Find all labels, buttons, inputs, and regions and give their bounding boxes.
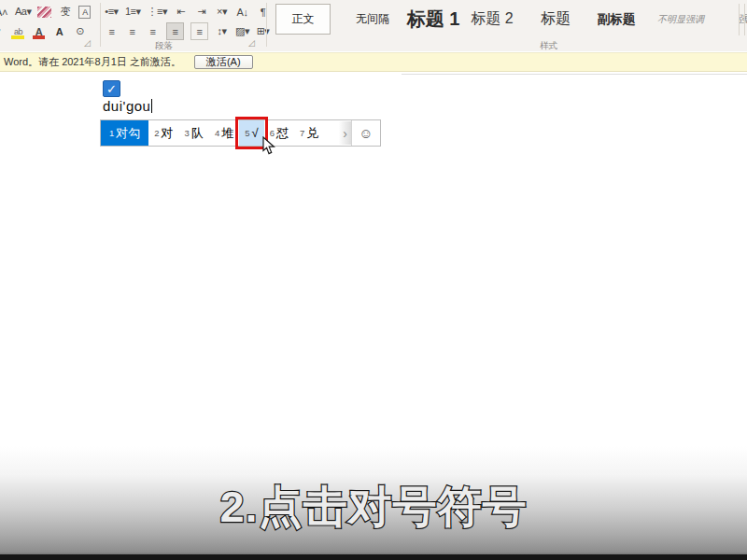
text-caret [151, 99, 152, 113]
line-spacing-icon[interactable]: ↕▾ [215, 23, 229, 39]
character-shading-icon[interactable]: A [52, 23, 66, 39]
group-separator [100, 3, 101, 47]
style-heading-2[interactable]: 标题 2 [464, 3, 520, 36]
show-hide-marks-icon[interactable]: ¶ [256, 4, 270, 20]
pinyin-composition-text[interactable]: dui'gou [103, 98, 152, 114]
style-gallery: 正文无间隔标题 1标题 2标题副标题不明显强调强调 [274, 0, 747, 38]
candidate-text: √ [251, 126, 258, 140]
candidate-index: 2 [154, 128, 159, 138]
tutorial-caption: 2.点击对号符号 [0, 478, 747, 537]
ime-candidate-bar: 1 对勾 2 对 3 队 4 堆 5 [100, 119, 381, 147]
asian-layout-icon[interactable]: ×▾ [215, 4, 229, 20]
change-case-icon[interactable]: Aa▾ [15, 4, 31, 20]
activate-button[interactable]: 激活(A) [194, 55, 253, 69]
checkbox-symbol[interactable]: ✓ [103, 80, 120, 97]
bullets-icon[interactable]: •≡▾ [105, 4, 119, 20]
dropdown-arrow-icon[interactable]: ▾ [0, 23, 5, 39]
message-bar: Word。请在 2021年8月1日 之前激活。 激活(A) [0, 52, 747, 72]
candidate-text: 怼 [276, 125, 289, 142]
font-group-row1: A˄Aa▾变A [0, 3, 91, 21]
ime-candidate-list: 1 对勾 2 对 3 队 4 堆 5 [101, 120, 351, 146]
bottom-dark-strip [0, 554, 747, 560]
candidate-text: 对勾 [116, 125, 140, 142]
candidate-index: 3 [185, 128, 190, 138]
font-dialog-launcher-icon[interactable]: ◿ [84, 39, 91, 48]
candidate-index: 1 [109, 128, 114, 138]
style-normal[interactable]: 正文 [275, 4, 331, 35]
paragraph-group-label: 段落 [155, 40, 173, 52]
format-painter-icon[interactable] [37, 7, 51, 18]
multilevel-list-icon[interactable]: ⋮≡▾ [148, 4, 167, 20]
align-right-icon[interactable]: ≡ [146, 23, 160, 39]
ribbon: A˄Aa▾变A ▾abAA⊙ ◿ •≡▾1≡▾⋮≡▾⇤⇥×▾A↓¶ ≡≡≡≡≡↕… [0, 0, 747, 51]
paragraph-dialog-launcher-icon[interactable]: ◿ [248, 39, 255, 48]
increase-indent-icon[interactable]: ⇥ [194, 4, 208, 20]
paragraph-group-row2: ≡≡≡≡≡↕▾▨▾⊞▾ [105, 22, 270, 40]
next-page-icon[interactable]: › [339, 121, 351, 145]
justify-icon[interactable]: ≡ [166, 22, 184, 40]
grow-font-icon[interactable]: A˄ [0, 4, 8, 20]
candidate-text: 对 [162, 125, 174, 142]
sort-icon[interactable]: A↓ [235, 4, 249, 20]
group-separator [266, 3, 267, 47]
ime-candidate-2[interactable]: 2 对 [148, 120, 178, 146]
align-left-icon[interactable]: ≡ [105, 23, 119, 39]
style-no-spacing[interactable]: 无间隔 [343, 3, 402, 36]
candidate-text: 堆 [221, 125, 233, 142]
ime-candidate-1[interactable]: 1 对勾 [101, 120, 148, 146]
borders-icon[interactable]: ⊞▾ [256, 23, 270, 39]
pinyin-string: dui'gou [103, 98, 150, 114]
paragraph-group-row1: •≡▾1≡▾⋮≡▾⇤⇥×▾A↓¶ [105, 3, 270, 21]
candidate-index: 5 [245, 128, 249, 138]
style-heading-1[interactable]: 标题 1 [402, 3, 464, 36]
ime-candidate-3[interactable]: 3 队 [179, 120, 209, 146]
align-center-icon[interactable]: ≡ [125, 23, 139, 39]
font-color-icon[interactable]: A [32, 23, 46, 39]
distributed-icon[interactable]: ≡ [190, 22, 208, 40]
character-border-icon[interactable]: A [78, 6, 91, 19]
enclose-character-icon[interactable]: ⊙ [73, 23, 87, 39]
candidate-text: 兑 [306, 125, 318, 142]
ime-candidate-7[interactable]: 7 兑 [294, 120, 324, 146]
style-subtle-emphasis[interactable]: 不明显强调 [646, 3, 715, 36]
font-group-row2: ▾abAA⊙ [0, 22, 87, 40]
candidate-text: 队 [191, 125, 204, 142]
candidate-index: 7 [300, 128, 304, 138]
style-subtitle[interactable]: 副标题 [586, 3, 646, 36]
candidate-index: 4 [215, 128, 219, 138]
shading-icon[interactable]: ▨▾ [235, 23, 249, 39]
numbering-icon[interactable]: 1≡▾ [125, 4, 141, 20]
document-edge-line [402, 74, 747, 75]
text-highlight-color-icon[interactable]: ab [11, 23, 25, 39]
phonetic-guide-icon[interactable]: 变 [58, 4, 72, 20]
emoji-button[interactable]: ☺ [351, 120, 380, 146]
style-gallery-scrollbar[interactable] [739, 4, 745, 35]
mouse-cursor-icon [262, 136, 275, 155]
style-title[interactable]: 标题 [525, 3, 586, 36]
decrease-indent-icon[interactable]: ⇤ [174, 4, 188, 20]
word-window: A˄Aa▾变A ▾abAA⊙ ◿ •≡▾1≡▾⋮≡▾⇤⇥×▾A↓¶ ≡≡≡≡≡↕… [0, 0, 747, 560]
message-bar-text: Word。请在 2021年8月1日 之前激活。 [4, 55, 181, 69]
ime-candidate-5[interactable]: 5 √ [239, 120, 263, 146]
styles-group-label: 样式 [540, 40, 557, 52]
